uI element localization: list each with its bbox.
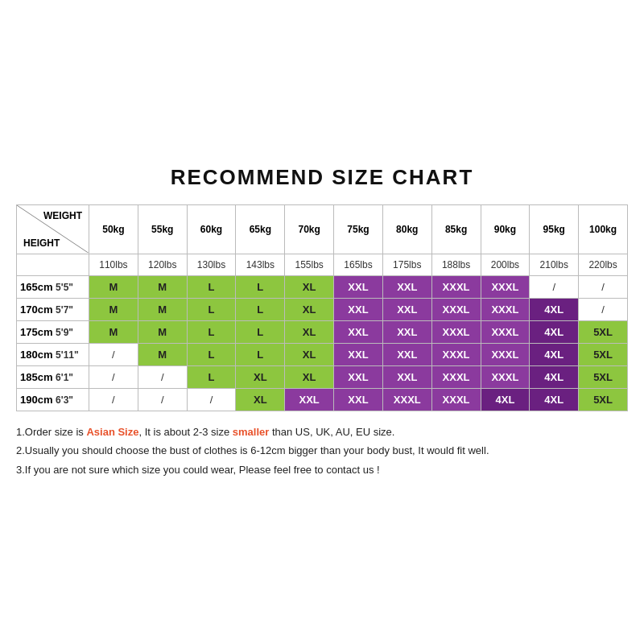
cell-r0-c10: / <box>579 275 628 298</box>
table-row: 190cm 6'3"///XLXXLXXLXXXLXXXL4XL4XL5XL <box>17 388 628 411</box>
row-cm: 185cm <box>20 371 52 383</box>
kg-col-2: 60kg <box>187 204 236 254</box>
weight-height-header: WEIGHT HEIGHT <box>17 204 89 254</box>
cell-r5-c5: XXL <box>334 388 383 411</box>
row-header-2: 175cm 5'9" <box>17 320 89 343</box>
cell-r1-c3: L <box>236 298 285 320</box>
cell-r2-c2: L <box>187 320 236 343</box>
lbs-col-7: 188lbs <box>431 254 481 275</box>
row-ft: 6'1" <box>56 372 73 383</box>
row-header-3: 180cm 5'11" <box>17 343 89 365</box>
row-cm: 165cm <box>20 281 52 293</box>
cell-r4-c6: XXL <box>382 365 431 388</box>
table-row: 165cm 5'5"MMLLXLXXLXXLXXXLXXXL// <box>17 275 628 298</box>
cell-r4-c3: XL <box>236 365 285 388</box>
cell-r0-c0: M <box>89 275 138 298</box>
row-header-0: 165cm 5'5" <box>17 275 89 298</box>
cell-r2-c8: XXXL <box>481 320 530 343</box>
cell-r1-c1: M <box>138 298 187 320</box>
cell-r1-c10: / <box>579 298 628 320</box>
asian-size-label: Asian Size <box>86 426 138 438</box>
kg-col-1: 55kg <box>138 204 187 254</box>
note-2: 2.Usually you should choose the bust of … <box>16 441 628 460</box>
row-header-5: 190cm 6'3" <box>17 388 89 411</box>
cell-r5-c10: 5XL <box>579 388 628 411</box>
row-header-4: 185cm 6'1" <box>17 365 89 388</box>
cell-r1-c0: M <box>89 298 138 320</box>
cell-r3-c4: XL <box>285 343 334 365</box>
cell-r2-c6: XXL <box>382 320 431 343</box>
cell-r0-c7: XXXL <box>431 275 481 298</box>
cell-r5-c4: XXL <box>285 388 334 411</box>
cell-r0-c6: XXL <box>382 275 431 298</box>
cell-r4-c9: 4XL <box>530 365 579 388</box>
cell-r3-c6: XXL <box>382 343 431 365</box>
cell-r0-c5: XXL <box>334 275 383 298</box>
cell-r3-c3: L <box>236 343 285 365</box>
kg-col-3: 65kg <box>236 204 285 254</box>
cell-r1-c4: XL <box>285 298 334 320</box>
row-cm: 190cm <box>20 394 52 406</box>
cell-r5-c0: / <box>89 388 138 411</box>
lbs-col-2: 130lbs <box>187 254 236 275</box>
cell-r2-c1: M <box>138 320 187 343</box>
cell-r2-c3: L <box>236 320 285 343</box>
cell-r5-c6: XXXL <box>382 388 431 411</box>
cell-r4-c7: XXXL <box>431 365 481 388</box>
row-ft: 5'11" <box>56 349 79 361</box>
cell-r2-c0: M <box>89 320 138 343</box>
kg-col-6: 80kg <box>382 204 431 254</box>
row-cm: 170cm <box>20 303 52 316</box>
cell-r4-c10: 5XL <box>579 365 628 388</box>
cell-r4-c1: / <box>138 365 187 388</box>
row-ft: 5'5" <box>56 282 73 293</box>
cell-r2-c4: XL <box>285 320 334 343</box>
cell-r4-c2: L <box>187 365 236 388</box>
cell-r0-c8: XXXL <box>481 275 530 298</box>
cell-r0-c3: L <box>236 275 285 298</box>
row-ft: 5'9" <box>56 327 73 338</box>
cell-r5-c3: XL <box>236 388 285 411</box>
smaller-label: smaller <box>233 426 270 438</box>
cell-r3-c9: 4XL <box>530 343 579 365</box>
kg-col-7: 85kg <box>431 204 481 254</box>
cell-r4-c0: / <box>89 365 138 388</box>
cell-r5-c7: XXXL <box>431 388 481 411</box>
kg-col-10: 100kg <box>579 204 628 254</box>
cell-r3-c0: / <box>89 343 138 365</box>
lbs-col-6: 175lbs <box>382 254 431 275</box>
table-row: 170cm 5'7"MMLLXLXXLXXLXXXLXXXL4XL/ <box>17 298 628 320</box>
cell-r3-c10: 5XL <box>579 343 628 365</box>
cell-r3-c8: XXXL <box>481 343 530 365</box>
page-title: RECOMMEND SIZE CHART <box>171 165 474 190</box>
lbs-col-1: 120lbs <box>138 254 187 275</box>
cell-r2-c10: 5XL <box>579 320 628 343</box>
cell-r2-c5: XXL <box>334 320 383 343</box>
notes-section: 1.Order size is Asian Size, It is about … <box>16 423 628 479</box>
weight-label: WEIGHT <box>43 210 82 221</box>
lbs-col-5: 165lbs <box>334 254 383 275</box>
cell-r1-c9: 4XL <box>530 298 579 320</box>
kg-col-5: 75kg <box>334 204 383 254</box>
cell-r0-c1: M <box>138 275 187 298</box>
cell-r2-c7: XXXL <box>431 320 481 343</box>
table-row: 185cm 6'1"//LXLXLXXLXXLXXXLXXXL4XL5XL <box>17 365 628 388</box>
cell-r0-c9: / <box>530 275 579 298</box>
cell-r1-c8: XXXL <box>481 298 530 320</box>
cell-r3-c2: L <box>187 343 236 365</box>
cell-r5-c9: 4XL <box>530 388 579 411</box>
lbs-col-10: 220lbs <box>579 254 628 275</box>
kg-col-8: 90kg <box>481 204 530 254</box>
cell-r5-c8: 4XL <box>481 388 530 411</box>
kg-col-0: 50kg <box>89 204 138 254</box>
cell-r4-c5: XXL <box>334 365 383 388</box>
table-row: 180cm 5'11"/MLLXLXXLXXLXXXLXXXL4XL5XL <box>17 343 628 365</box>
row-ft: 5'7" <box>56 304 73 316</box>
size-chart: WEIGHT HEIGHT 50kg 55kg 60kg 65kg 70kg 7… <box>16 204 628 411</box>
height-label: HEIGHT <box>23 237 60 249</box>
lbs-spacer <box>17 254 89 275</box>
lbs-col-3: 143lbs <box>236 254 285 275</box>
cell-r2-c9: 4XL <box>530 320 579 343</box>
cell-r3-c7: XXXL <box>431 343 481 365</box>
row-cm: 175cm <box>20 326 52 338</box>
